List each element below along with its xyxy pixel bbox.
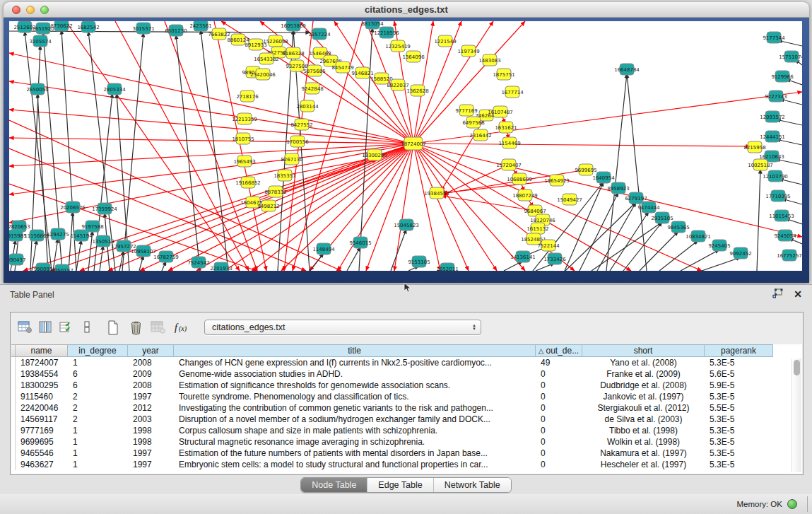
graph-node[interactable]: 9245054 [774, 230, 796, 241]
cell-short[interactable]: Nakamura et al. (1997) [582, 448, 705, 459]
cell-year[interactable]: 1997 [128, 391, 174, 402]
cell-short[interactable]: Yano et al. (2008) [582, 357, 705, 368]
table-row[interactable]: 1938455462009Genome-wide association stu… [11, 368, 802, 380]
table-row[interactable]: 969969511998Structural magnetic resonanc… [11, 436, 802, 448]
window-titlebar[interactable]: citations_edges.txt [4, 2, 809, 18]
cell-name[interactable]: 9463627 [16, 459, 68, 470]
cell-year[interactable]: 2012 [128, 402, 174, 414]
graph-edge[interactable] [757, 169, 760, 271]
graph-node[interactable]: 1875751 [493, 69, 514, 80]
graph-node[interactable]: 1362628 [406, 85, 428, 96]
graph-node[interactable]: 15045823 [394, 219, 419, 230]
graph-node[interactable]: 1835351 [273, 170, 295, 181]
graph-node[interactable]: 2718176 [236, 90, 259, 102]
cell-in_degree[interactable]: 1 [68, 459, 128, 470]
cell-in_degree[interactable]: 6 [68, 380, 128, 391]
graph-node[interactable]: 12325419 [385, 40, 411, 52]
graph-node[interactable]: 2803144 [296, 100, 319, 112]
graph-node[interactable]: 1652011 [436, 263, 458, 271]
cell-out_degree[interactable]: 0 [536, 391, 582, 402]
float-window-icon[interactable] [772, 288, 784, 299]
cell-pagerank[interactable]: 5.3E-5 [705, 414, 773, 425]
cell-name[interactable]: 18300295 [16, 380, 68, 391]
graph-edge[interactable] [394, 144, 413, 271]
import-table-button[interactable] [148, 317, 168, 337]
cell-title[interactable]: Investigating the contribution of common… [174, 402, 536, 414]
citation-network-graph[interactable]: 2512603165192087306221682542301537165012… [9, 21, 802, 271]
graph-node[interactable]: 1154469 [498, 137, 520, 148]
graph-node[interactable]: 15049427 [557, 194, 582, 205]
cell-title[interactable]: Estimation of significance thresholds fo… [174, 380, 536, 391]
cell-short[interactable]: Jankovic et al. (1997) [582, 391, 705, 402]
graph-edge[interactable] [681, 250, 719, 271]
graph-node[interactable]: 2316442 [469, 129, 491, 141]
cell-short[interactable]: Franke et al. (2009) [582, 368, 705, 380]
vertical-scrollbar[interactable] [792, 358, 801, 472]
graph-node[interactable]: 6501230 [165, 25, 187, 36]
graph-edge[interactable] [776, 119, 802, 125]
column-header-in_degree[interactable]: in_degree [68, 344, 128, 357]
graph-node[interactable]: 19166852 [235, 177, 261, 188]
cell-out_degree[interactable]: 0 [536, 368, 582, 380]
graph-edge[interactable] [37, 93, 48, 271]
graph-edge[interactable] [627, 74, 647, 271]
table-options-button[interactable] [15, 317, 35, 337]
cell-pagerank[interactable]: 5.3E-5 [705, 459, 773, 470]
graph-edge[interactable] [776, 139, 802, 145]
graph-edge[interactable] [413, 144, 751, 146]
cell-short[interactable]: Wolkin et al. (1998) [582, 436, 705, 448]
network-table-select[interactable]: citations_edges.txt ▲▼ [204, 320, 481, 335]
cell-pagerank[interactable]: 5.3E-5 [705, 391, 773, 402]
table-row[interactable]: 946554611997Estimation of the future num… [11, 448, 802, 459]
graph-node[interactable]: 8267130 [281, 153, 302, 165]
cell-title[interactable]: Structural magnetic resonance image aver… [174, 436, 536, 448]
graph-edge[interactable] [702, 257, 741, 271]
cell-out_degree[interactable]: 0 [536, 414, 582, 425]
select-all-rows-button[interactable]: ✔ ✔ [56, 317, 76, 337]
cell-year[interactable]: 1997 [128, 459, 174, 470]
cell-pagerank[interactable]: 5.9E-5 [705, 380, 773, 391]
graph-node[interactable]: 990095 [34, 263, 53, 271]
graph-edge[interactable] [442, 165, 509, 195]
scrollbar-thumb[interactable] [794, 360, 800, 375]
graph-node[interactable]: 2201973 [210, 262, 232, 271]
graph-node[interactable]: 1050157 [51, 264, 73, 271]
cell-pagerank[interactable]: 5.3E-5 [705, 357, 773, 368]
cell-year[interactable]: 2008 [128, 380, 174, 391]
cell-in_degree[interactable]: 1 [68, 425, 128, 436]
cell-name[interactable]: 18724007 [16, 357, 68, 368]
close-panel-icon[interactable]: ✕ [794, 289, 802, 299]
graph-node[interactable]: 16648784 [614, 64, 640, 75]
graph-node[interactable]: 10688609 [507, 173, 532, 185]
graph-edge[interactable] [69, 211, 73, 271]
tab-network-table[interactable]: Network Table [433, 478, 511, 492]
graph-node[interactable]: 1294275 [47, 228, 69, 240]
graph-node[interactable]: 2935105 [651, 212, 673, 223]
cell-pagerank[interactable]: 5.5E-5 [705, 402, 773, 414]
table-row[interactable]: 1456911722003Disruption of a novel membe… [11, 414, 802, 425]
table-row[interactable]: 1830029562008Estimation of significance … [11, 380, 802, 391]
graph-node[interactable]: 9699695 [575, 164, 596, 175]
cell-name[interactable]: 14569117 [16, 414, 68, 425]
cell-year[interactable]: 1998 [128, 436, 174, 448]
cell-year[interactable]: 1998 [128, 425, 174, 436]
graph-edge[interactable] [565, 202, 636, 271]
graph-node[interactable]: 16053809 [281, 21, 306, 31]
graph-node[interactable]: 9845365 [667, 221, 689, 233]
column-header-pagerank[interactable]: pagerank [705, 344, 773, 357]
table-row[interactable]: 977716911998Corpus callosum shape and si… [11, 425, 802, 436]
table-row[interactable]: 911546021997Tourette syndrome. Phenomeno… [11, 391, 802, 402]
graph-node[interactable]: 10834821 [686, 230, 711, 242]
cell-short[interactable]: Dudbridge et al. (2008) [582, 380, 705, 391]
graph-node[interactable]: 2650050 [26, 83, 48, 95]
column-header-name[interactable]: name [16, 344, 68, 357]
graph-edge[interactable] [413, 144, 440, 271]
graph-node[interactable]: 16782759 [153, 251, 179, 262]
cell-year[interactable]: 1997 [128, 448, 174, 459]
column-header-title[interactable]: title [174, 344, 536, 357]
graph-edge[interactable] [176, 35, 200, 271]
graph-node[interactable]: 8958923 [607, 182, 629, 194]
graph-node[interactable]: 3105574 [29, 35, 52, 47]
cell-pagerank[interactable]: 5.3E-5 [705, 436, 773, 448]
graph-node[interactable]: 7524542 [187, 257, 209, 268]
